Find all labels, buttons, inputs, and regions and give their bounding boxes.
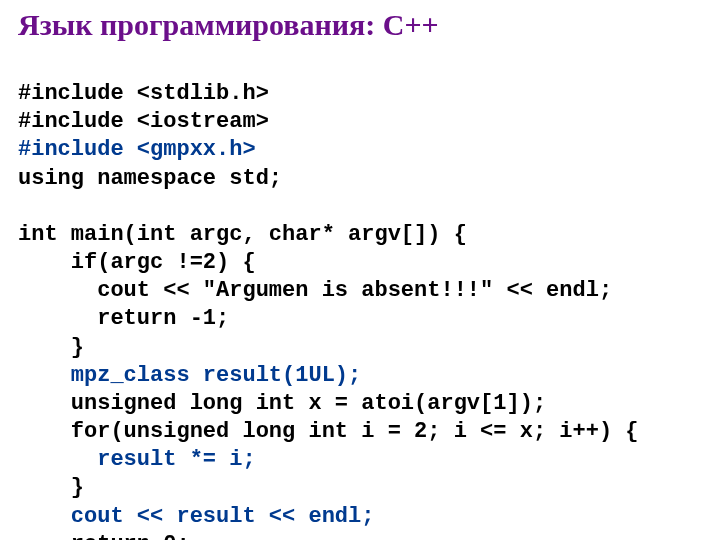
code-line-17: return 0;	[18, 532, 190, 540]
page-title: Язык программирования: C++	[18, 8, 702, 42]
code-line-6: int main(int argc, char* argv[]) {	[18, 222, 467, 247]
slide: Язык программирования: C++ #include <std…	[0, 0, 720, 540]
code-line-7: if(argc !=2) {	[18, 250, 256, 275]
code-line-14: result *= i;	[18, 447, 256, 472]
code-block: #include <stdlib.h> #include <iostream> …	[18, 52, 702, 540]
code-line-10: }	[18, 335, 84, 360]
code-line-13: for(unsigned long int i = 2; i <= x; i++…	[18, 419, 639, 444]
code-line-3: #include <gmpxx.h>	[18, 137, 256, 162]
code-line-11: mpz_class result(1UL);	[18, 363, 361, 388]
code-line-16: cout << result << endl;	[18, 504, 374, 529]
code-line-1: #include <stdlib.h>	[18, 81, 269, 106]
title-prefix: Язык программирования:	[18, 8, 383, 41]
code-line-12: unsigned long int x = atoi(argv[1]);	[18, 391, 546, 416]
code-line-8: cout << "Argumen is absent!!!" << endl;	[18, 278, 612, 303]
code-line-4: using namespace std;	[18, 166, 282, 191]
code-line-9: return -1;	[18, 306, 229, 331]
code-line-15: }	[18, 475, 84, 500]
title-language: C++	[383, 8, 439, 41]
code-line-2: #include <iostream>	[18, 109, 269, 134]
